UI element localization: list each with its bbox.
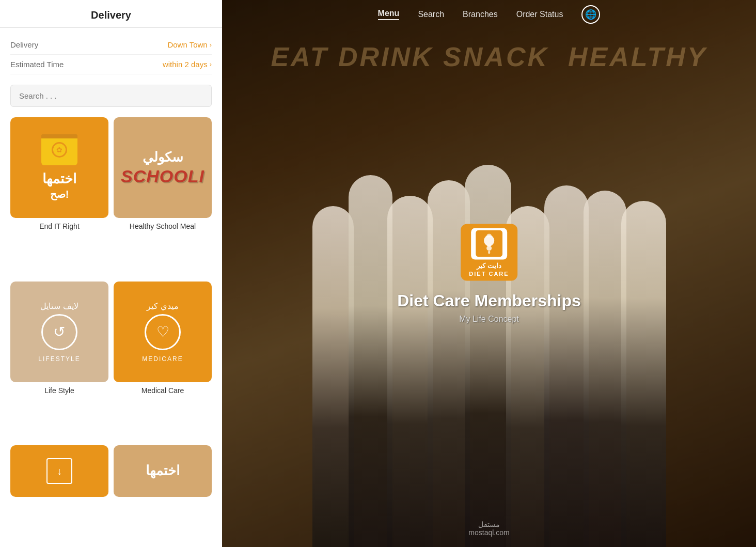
left-header: Delivery bbox=[0, 0, 222, 28]
card-inner-end-it-right: ✿ اختمها صح! bbox=[36, 129, 83, 207]
brand-name: Diet Care bbox=[469, 270, 509, 276]
nav-search[interactable]: Search bbox=[418, 10, 444, 19]
top-nav: Menu Search Branches Order Status 🌐 bbox=[222, 0, 756, 29]
chevron-right-icon: › bbox=[210, 41, 212, 49]
healthy-school-label: Healthy School Meal bbox=[130, 222, 196, 230]
person-9 bbox=[621, 201, 666, 547]
estimated-row: Estimated Time within 2 days › bbox=[10, 55, 212, 74]
category-card-medicare: ميدي كير ♡ MEDICARE bbox=[114, 282, 212, 382]
medicare-label: Medical Care bbox=[141, 386, 184, 395]
lifestyle-label: Life Style bbox=[44, 386, 74, 395]
hero-subtitle: My Life Concept bbox=[459, 314, 519, 323]
delivery-row: Delivery Down Town › bbox=[10, 35, 212, 55]
nav-order-status[interactable]: Order Status bbox=[516, 10, 563, 19]
leaf-icon: ✿ bbox=[52, 142, 67, 158]
card-inner-lifestyle: لايف ستايل ↺ LIFESTYLE bbox=[33, 296, 85, 368]
watermark-latin: mostaql.com bbox=[468, 528, 509, 537]
right-panel: EAT DRINK SNACK HEALTHY Menu Search Bran… bbox=[222, 0, 756, 547]
card-inner-partial-2: اختمها bbox=[140, 457, 185, 485]
estimated-label: Estimated Time bbox=[10, 60, 64, 69]
search-input[interactable] bbox=[10, 85, 212, 107]
category-partial-1[interactable]: ↓ bbox=[10, 445, 108, 543]
schooli-arabic: سكولي bbox=[143, 149, 183, 166]
box-graphic: ✿ bbox=[41, 134, 77, 165]
nav-globe-button[interactable]: 🌐 bbox=[581, 5, 600, 24]
left-panel: Delivery Delivery Down Town › Estimated … bbox=[0, 0, 222, 547]
category-medicare[interactable]: ميدي كير ♡ MEDICARE Medical Care bbox=[114, 282, 212, 441]
medicare-icon-circle: ♡ bbox=[145, 314, 181, 350]
svg-point-1 bbox=[486, 246, 492, 251]
heart-icon: ♡ bbox=[156, 323, 169, 340]
brand-arabic: دايت كير bbox=[477, 261, 501, 269]
hero-title: Diet Care Memberships bbox=[397, 291, 581, 310]
category-end-it-right[interactable]: ✿ اختمها صح! End IT Right bbox=[10, 117, 108, 276]
category-card-lifestyle: لايف ستايل ↺ LIFESTYLE bbox=[10, 282, 108, 382]
lifestyle-icon-circle: ↺ bbox=[41, 314, 77, 350]
brand-logo-inner bbox=[471, 228, 507, 259]
partial-box-icon: ↓ bbox=[46, 458, 72, 484]
delivery-value[interactable]: Down Town › bbox=[167, 40, 212, 49]
category-card-end-it-right: ✿ اختمها صح! bbox=[10, 117, 108, 218]
delivery-label: Delivery bbox=[10, 40, 38, 49]
person-8 bbox=[584, 191, 626, 547]
category-lifestyle[interactable]: لايف ستايل ↺ LIFESTYLE Life Style bbox=[10, 282, 108, 441]
category-partial-2[interactable]: اختمها bbox=[114, 445, 212, 543]
end-it-right-arabic: اختمها bbox=[42, 170, 76, 188]
partial-arabic-text: اختمها bbox=[146, 462, 180, 480]
medicare-arabic: ميدي كير bbox=[147, 301, 178, 311]
category-card-school: سكولي SCHOOLI bbox=[114, 117, 212, 218]
category-healthy-school[interactable]: سكولي SCHOOLI Healthy School Meal bbox=[114, 117, 212, 276]
svg-rect-2 bbox=[488, 251, 490, 254]
nav-menu[interactable]: Menu bbox=[378, 9, 400, 20]
lifestyle-arabic: لايف ستايل bbox=[40, 301, 78, 311]
end-it-right-arabic2: صح! bbox=[50, 187, 69, 201]
brand-logo: دايت كير Diet Care bbox=[461, 224, 517, 280]
nav-links: Menu Search Branches Order Status 🌐 bbox=[378, 5, 601, 24]
person-1 bbox=[312, 206, 354, 547]
brand-logo-svg bbox=[476, 230, 502, 257]
schooli-text: SCHOOLI bbox=[121, 166, 204, 186]
panel-title: Delivery bbox=[8, 9, 214, 21]
wood-text: EAT DRINK SNACK HEALTHY bbox=[271, 41, 707, 72]
estimated-value[interactable]: within 2 days › bbox=[163, 60, 212, 69]
person-2 bbox=[349, 175, 392, 547]
person-5 bbox=[465, 165, 511, 547]
lifestyle-text: LIFESTYLE bbox=[38, 355, 80, 363]
category-card-partial-1: ↓ bbox=[10, 445, 108, 497]
watermark: مستقل mostaql.com bbox=[468, 520, 509, 537]
refresh-icon: ↺ bbox=[53, 323, 65, 340]
hero-background: EAT DRINK SNACK HEALTHY Menu Search Bran… bbox=[222, 0, 756, 547]
partial-arrow-icon: ↓ bbox=[57, 465, 62, 477]
category-card-partial-2: اختمها bbox=[114, 445, 212, 497]
categories-grid: ✿ اختمها صح! End IT Right سكولي SCHOOLI … bbox=[0, 113, 222, 547]
hero-center-content: دايت كير Diet Care Diet Care Memberships… bbox=[397, 224, 581, 323]
medicare-text: MEDICARE bbox=[142, 355, 183, 363]
delivery-info: Delivery Down Town › Estimated Time with… bbox=[0, 28, 222, 76]
chevron-right-icon-2: › bbox=[210, 60, 212, 68]
nav-branches[interactable]: Branches bbox=[463, 10, 498, 19]
end-it-right-label: End IT Right bbox=[39, 222, 80, 230]
globe-icon: 🌐 bbox=[585, 9, 596, 20]
watermark-arabic: مستقل bbox=[468, 520, 509, 528]
card-inner-school: سكولي SCHOOLI bbox=[116, 144, 210, 192]
search-container bbox=[0, 76, 222, 113]
card-inner-partial-1: ↓ bbox=[41, 453, 77, 489]
card-inner-medicare: ميدي كير ♡ MEDICARE bbox=[137, 296, 188, 368]
